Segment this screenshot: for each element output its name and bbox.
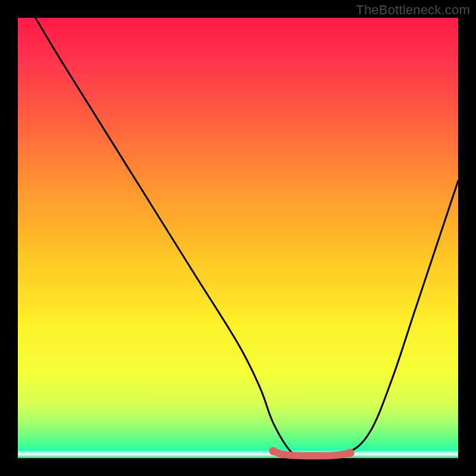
flat-zone-start-dot bbox=[269, 447, 277, 455]
flat-zone-end-dot bbox=[346, 449, 355, 457]
watermark-label: TheBottleneck.com bbox=[356, 2, 470, 18]
plot-area bbox=[18, 18, 458, 458]
chart-svg bbox=[18, 18, 458, 458]
bottleneck-curve bbox=[36, 18, 458, 456]
flat-zone-marker bbox=[273, 451, 350, 456]
chart-frame: TheBottleneck.com bbox=[0, 0, 476, 476]
